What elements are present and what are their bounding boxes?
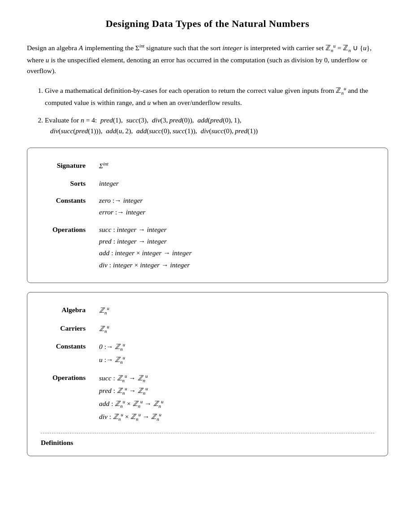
alg-constants-value: 0 :→ ℤnu u :→ ℤnu [95,338,374,369]
question-list: Give a mathematical definition-by-cases … [45,85,388,137]
signature-label: Signature [41,157,95,175]
algebra-value: ℤnu [95,301,374,320]
definitions-label: Definitions [41,439,374,447]
alg-operations-value: succ : ℤnu → ℤnu pred : ℤnu → ℤnu add : … [95,369,374,426]
constants-value: zero :→ integer error :→ integer [95,192,374,221]
signature-row: Signature Σint [41,157,374,175]
operations-row: Operations succ : integer → integer pred… [41,221,374,274]
sorts-value: integer [95,175,374,192]
carriers-label: Carriers [41,320,95,338]
algebra-box: Algebra ℤnu Carriers ℤnu Constants 0 :→ … [27,292,388,456]
alg-operations-label: Operations [41,369,95,426]
page-title: Designing Data Types of the Natural Numb… [27,18,388,30]
constants-row: Constants zero :→ integer error :→ integ… [41,192,374,221]
algebra-label: Algebra [41,301,95,320]
algebra-row: Algebra ℤnu [41,301,374,320]
carriers-row: Carriers ℤnu [41,320,374,338]
operations-value: succ : integer → integer pred : integer … [95,221,374,274]
alg-operations-row: Operations succ : ℤnu → ℤnu pred : ℤnu →… [41,369,374,426]
signature-box: Signature Σint Sorts integer Constants z… [27,148,388,283]
constants-label: Constants [41,192,95,221]
sorts-label: Sorts [41,175,95,192]
sorts-row: Sorts integer [41,175,374,192]
intro-paragraph: Design an algebra A implementing the Σin… [27,42,388,77]
alg-constants-row: Constants 0 :→ ℤnu u :→ ℤnu [41,338,374,369]
definitions-divider [41,433,374,433]
operations-label: Operations [41,221,95,274]
question-1: Give a mathematical definition-by-cases … [45,85,388,108]
signature-value: Σint [95,157,374,175]
question-2: Evaluate for n = 4: pred(1), succ(3), di… [45,115,388,137]
alg-constants-label: Constants [41,338,95,369]
carriers-value: ℤnu [95,320,374,338]
